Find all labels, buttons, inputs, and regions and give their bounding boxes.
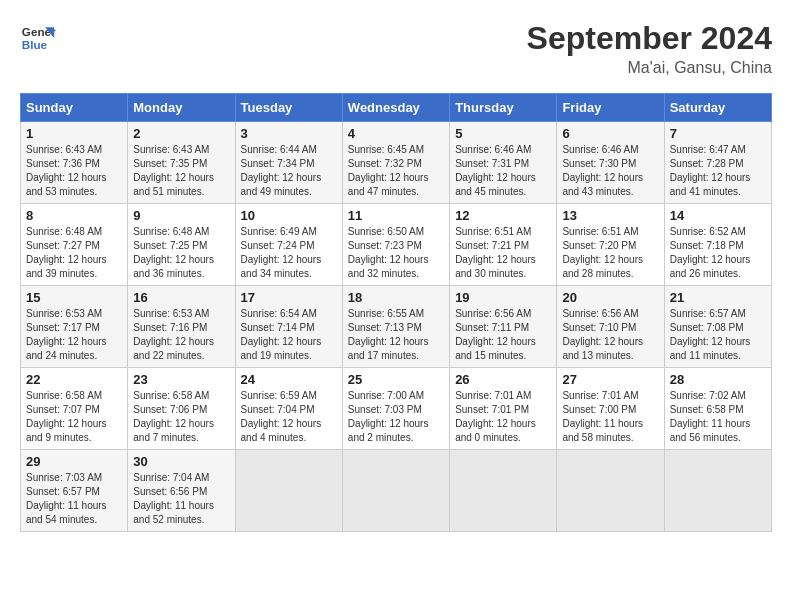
calendar-week-row: 8Sunrise: 6:48 AMSunset: 7:27 PMDaylight…	[21, 204, 772, 286]
day-info: Sunrise: 6:55 AMSunset: 7:13 PMDaylight:…	[348, 307, 444, 363]
day-number: 21	[670, 290, 766, 305]
day-number: 8	[26, 208, 122, 223]
day-number: 4	[348, 126, 444, 141]
day-number: 28	[670, 372, 766, 387]
day-info: Sunrise: 7:04 AMSunset: 6:56 PMDaylight:…	[133, 471, 229, 527]
day-info: Sunrise: 6:49 AMSunset: 7:24 PMDaylight:…	[241, 225, 337, 281]
calendar-day-cell: 4Sunrise: 6:45 AMSunset: 7:32 PMDaylight…	[342, 122, 449, 204]
day-number: 23	[133, 372, 229, 387]
calendar-day-cell: 14Sunrise: 6:52 AMSunset: 7:18 PMDayligh…	[664, 204, 771, 286]
day-number: 18	[348, 290, 444, 305]
month-year-title: September 2024	[527, 20, 772, 57]
day-info: Sunrise: 6:50 AMSunset: 7:23 PMDaylight:…	[348, 225, 444, 281]
header-friday: Friday	[557, 94, 664, 122]
day-number: 6	[562, 126, 658, 141]
calendar-day-cell	[450, 450, 557, 532]
day-number: 20	[562, 290, 658, 305]
header-saturday: Saturday	[664, 94, 771, 122]
day-info: Sunrise: 6:52 AMSunset: 7:18 PMDaylight:…	[670, 225, 766, 281]
general-blue-logo-icon: General Blue	[20, 20, 56, 56]
day-info: Sunrise: 7:03 AMSunset: 6:57 PMDaylight:…	[26, 471, 122, 527]
calendar-week-row: 1Sunrise: 6:43 AMSunset: 7:36 PMDaylight…	[21, 122, 772, 204]
day-number: 5	[455, 126, 551, 141]
calendar-day-cell: 15Sunrise: 6:53 AMSunset: 7:17 PMDayligh…	[21, 286, 128, 368]
day-info: Sunrise: 7:01 AMSunset: 7:01 PMDaylight:…	[455, 389, 551, 445]
calendar-day-cell: 13Sunrise: 6:51 AMSunset: 7:20 PMDayligh…	[557, 204, 664, 286]
day-info: Sunrise: 6:48 AMSunset: 7:27 PMDaylight:…	[26, 225, 122, 281]
day-info: Sunrise: 6:57 AMSunset: 7:08 PMDaylight:…	[670, 307, 766, 363]
day-info: Sunrise: 6:43 AMSunset: 7:35 PMDaylight:…	[133, 143, 229, 199]
day-number: 12	[455, 208, 551, 223]
calendar-day-cell: 18Sunrise: 6:55 AMSunset: 7:13 PMDayligh…	[342, 286, 449, 368]
calendar-week-row: 22Sunrise: 6:58 AMSunset: 7:07 PMDayligh…	[21, 368, 772, 450]
location-subtitle: Ma'ai, Gansu, China	[527, 59, 772, 77]
calendar-header-row: Sunday Monday Tuesday Wednesday Thursday…	[21, 94, 772, 122]
day-info: Sunrise: 6:51 AMSunset: 7:21 PMDaylight:…	[455, 225, 551, 281]
calendar-day-cell: 25Sunrise: 7:00 AMSunset: 7:03 PMDayligh…	[342, 368, 449, 450]
calendar-day-cell	[664, 450, 771, 532]
calendar-day-cell: 17Sunrise: 6:54 AMSunset: 7:14 PMDayligh…	[235, 286, 342, 368]
day-number: 25	[348, 372, 444, 387]
day-info: Sunrise: 6:56 AMSunset: 7:11 PMDaylight:…	[455, 307, 551, 363]
calendar-day-cell: 6Sunrise: 6:46 AMSunset: 7:30 PMDaylight…	[557, 122, 664, 204]
calendar-day-cell: 1Sunrise: 6:43 AMSunset: 7:36 PMDaylight…	[21, 122, 128, 204]
calendar-day-cell: 2Sunrise: 6:43 AMSunset: 7:35 PMDaylight…	[128, 122, 235, 204]
calendar-day-cell: 12Sunrise: 6:51 AMSunset: 7:21 PMDayligh…	[450, 204, 557, 286]
calendar-day-cell: 21Sunrise: 6:57 AMSunset: 7:08 PMDayligh…	[664, 286, 771, 368]
day-number: 3	[241, 126, 337, 141]
calendar-table: Sunday Monday Tuesday Wednesday Thursday…	[20, 93, 772, 532]
calendar-day-cell: 10Sunrise: 6:49 AMSunset: 7:24 PMDayligh…	[235, 204, 342, 286]
calendar-day-cell: 28Sunrise: 7:02 AMSunset: 6:58 PMDayligh…	[664, 368, 771, 450]
day-info: Sunrise: 7:02 AMSunset: 6:58 PMDaylight:…	[670, 389, 766, 445]
logo: General Blue	[20, 20, 56, 56]
calendar-day-cell: 22Sunrise: 6:58 AMSunset: 7:07 PMDayligh…	[21, 368, 128, 450]
calendar-day-cell: 23Sunrise: 6:58 AMSunset: 7:06 PMDayligh…	[128, 368, 235, 450]
day-info: Sunrise: 6:47 AMSunset: 7:28 PMDaylight:…	[670, 143, 766, 199]
day-info: Sunrise: 7:01 AMSunset: 7:00 PMDaylight:…	[562, 389, 658, 445]
svg-text:Blue: Blue	[22, 38, 48, 51]
day-number: 15	[26, 290, 122, 305]
day-number: 9	[133, 208, 229, 223]
calendar-day-cell: 8Sunrise: 6:48 AMSunset: 7:27 PMDaylight…	[21, 204, 128, 286]
calendar-day-cell: 3Sunrise: 6:44 AMSunset: 7:34 PMDaylight…	[235, 122, 342, 204]
day-info: Sunrise: 6:43 AMSunset: 7:36 PMDaylight:…	[26, 143, 122, 199]
day-info: Sunrise: 6:53 AMSunset: 7:17 PMDaylight:…	[26, 307, 122, 363]
day-number: 22	[26, 372, 122, 387]
day-number: 11	[348, 208, 444, 223]
day-info: Sunrise: 6:46 AMSunset: 7:31 PMDaylight:…	[455, 143, 551, 199]
title-block: September 2024 Ma'ai, Gansu, China	[527, 20, 772, 77]
page-header: General Blue September 2024 Ma'ai, Gansu…	[20, 20, 772, 77]
calendar-day-cell: 11Sunrise: 6:50 AMSunset: 7:23 PMDayligh…	[342, 204, 449, 286]
day-number: 13	[562, 208, 658, 223]
calendar-day-cell: 9Sunrise: 6:48 AMSunset: 7:25 PMDaylight…	[128, 204, 235, 286]
calendar-day-cell: 7Sunrise: 6:47 AMSunset: 7:28 PMDaylight…	[664, 122, 771, 204]
calendar-day-cell	[557, 450, 664, 532]
day-info: Sunrise: 6:59 AMSunset: 7:04 PMDaylight:…	[241, 389, 337, 445]
calendar-day-cell: 24Sunrise: 6:59 AMSunset: 7:04 PMDayligh…	[235, 368, 342, 450]
day-info: Sunrise: 6:56 AMSunset: 7:10 PMDaylight:…	[562, 307, 658, 363]
day-number: 1	[26, 126, 122, 141]
day-info: Sunrise: 6:48 AMSunset: 7:25 PMDaylight:…	[133, 225, 229, 281]
day-number: 17	[241, 290, 337, 305]
calendar-day-cell: 20Sunrise: 6:56 AMSunset: 7:10 PMDayligh…	[557, 286, 664, 368]
calendar-week-row: 29Sunrise: 7:03 AMSunset: 6:57 PMDayligh…	[21, 450, 772, 532]
day-info: Sunrise: 6:51 AMSunset: 7:20 PMDaylight:…	[562, 225, 658, 281]
day-number: 16	[133, 290, 229, 305]
day-info: Sunrise: 6:46 AMSunset: 7:30 PMDaylight:…	[562, 143, 658, 199]
header-tuesday: Tuesday	[235, 94, 342, 122]
calendar-day-cell: 30Sunrise: 7:04 AMSunset: 6:56 PMDayligh…	[128, 450, 235, 532]
calendar-day-cell: 5Sunrise: 6:46 AMSunset: 7:31 PMDaylight…	[450, 122, 557, 204]
day-number: 24	[241, 372, 337, 387]
day-number: 2	[133, 126, 229, 141]
header-sunday: Sunday	[21, 94, 128, 122]
day-number: 19	[455, 290, 551, 305]
day-info: Sunrise: 6:53 AMSunset: 7:16 PMDaylight:…	[133, 307, 229, 363]
day-number: 10	[241, 208, 337, 223]
header-monday: Monday	[128, 94, 235, 122]
calendar-day-cell	[235, 450, 342, 532]
header-thursday: Thursday	[450, 94, 557, 122]
day-number: 30	[133, 454, 229, 469]
day-number: 14	[670, 208, 766, 223]
day-number: 7	[670, 126, 766, 141]
calendar-week-row: 15Sunrise: 6:53 AMSunset: 7:17 PMDayligh…	[21, 286, 772, 368]
